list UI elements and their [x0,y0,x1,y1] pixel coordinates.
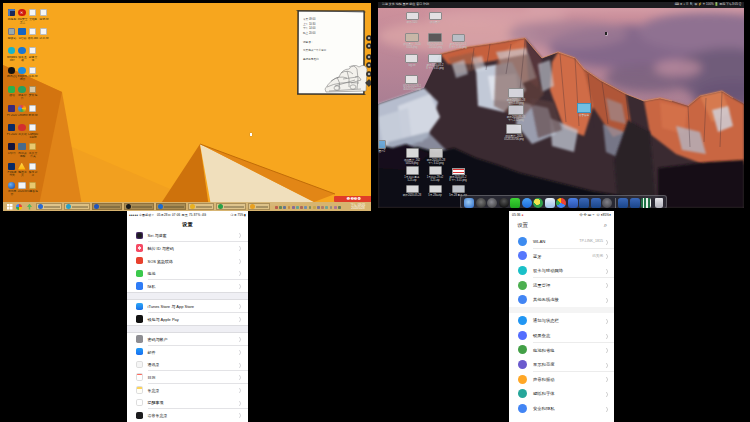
svg-text:记事项：: 记事项： [303,40,313,44]
svg-text:每天完成一个小目标: 每天完成一个小目标 [303,48,327,52]
svg-text:下午 14:00: 下午 14:00 [303,26,316,30]
svg-text:晚上 20:00: 晚上 20:00 [303,31,316,35]
svg-text:今天 09:00: 今天 09:00 [303,17,316,21]
svg-text:坚持就是胜利: 坚持就是胜利 [303,57,319,61]
svg-text:上午 10:30: 上午 10:30 [303,22,316,26]
